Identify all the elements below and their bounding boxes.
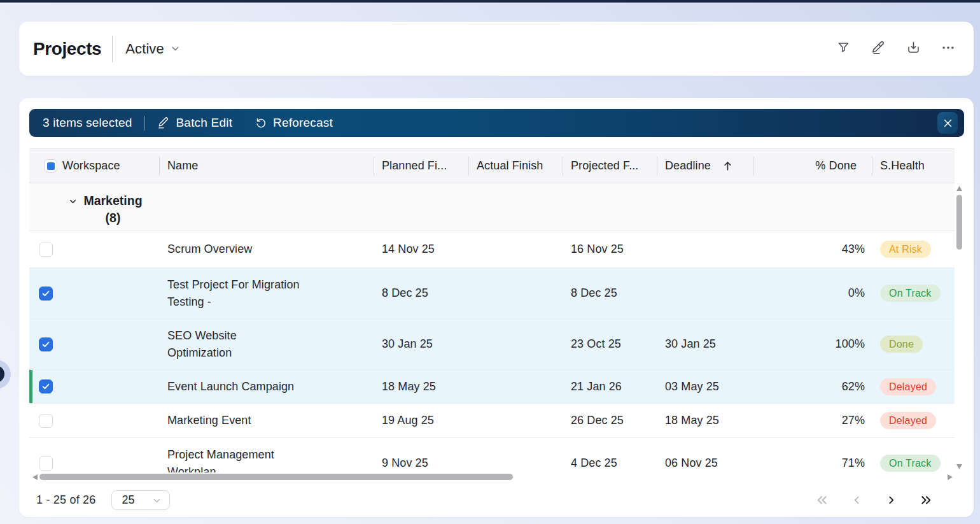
download-icon (907, 41, 920, 57)
column-header-workspace[interactable]: Workspace (62, 159, 159, 173)
column-separator (159, 157, 160, 176)
funnel-icon (837, 41, 850, 57)
projected-finish: 8 Dec 25 (563, 287, 657, 300)
pagination (815, 493, 934, 507)
batch-edit-label: Batch Edit (176, 116, 233, 130)
scroll-left-arrow-icon[interactable] (32, 474, 38, 480)
last-page-button[interactable] (919, 493, 934, 507)
scroll-right-arrow-icon[interactable] (948, 474, 953, 480)
sort-ascending-icon (722, 160, 734, 172)
pct-done: 27% (753, 414, 872, 427)
column-separator (374, 157, 374, 176)
health-badge: Done (880, 336, 923, 353)
row-checkbox[interactable] (39, 379, 53, 393)
reforecast-button[interactable]: Reforecast (255, 116, 333, 130)
x-icon (942, 118, 953, 129)
horizontal-scrollbar-thumb[interactable] (39, 474, 513, 480)
page-title: Projects (33, 39, 101, 59)
table-body: Marketing (8) Scrum Overview 14 Nov 25 1… (29, 183, 955, 472)
column-separator (468, 157, 469, 176)
deadline: 30 Jan 25 (657, 337, 753, 351)
table-row[interactable]: Marketing Event 19 Aug 25 26 Dec 25 18 M… (29, 404, 955, 438)
row-checkbox[interactable] (39, 457, 53, 471)
prev-page-button[interactable] (850, 493, 864, 507)
view-switcher[interactable]: Active (125, 41, 181, 57)
health-badge: At Risk (880, 241, 931, 258)
project-name[interactable]: Event Launch Campaign (167, 378, 300, 395)
pct-done: 100% (753, 337, 872, 351)
chevron-down-icon (68, 197, 78, 206)
deadline: 18 May 25 (657, 414, 753, 427)
table-row[interactable]: Project Management Workplan 9 Nov 25 4 D… (29, 438, 955, 472)
batch-edit-button[interactable]: Batch Edit (158, 116, 233, 130)
page-header: Projects Active (19, 22, 974, 76)
vertical-scrollbar-thumb[interactable] (956, 195, 962, 250)
project-name[interactable]: Scrum Overview (167, 241, 300, 258)
pct-done: 43% (753, 243, 872, 256)
project-name[interactable]: SEO Website Optimization (167, 327, 300, 362)
more-button[interactable] (941, 42, 955, 56)
column-header-actual-finish[interactable]: Actual Finish (468, 159, 563, 173)
title-divider (112, 36, 113, 62)
scroll-up-arrow-icon[interactable] (956, 186, 962, 191)
selection-bar: 3 items selected Batch Edit Reforecast (29, 109, 964, 137)
projected-finish: 26 Dec 25 (563, 414, 657, 427)
table-row[interactable]: Event Launch Campaign 18 May 25 21 Jan 2… (29, 370, 955, 404)
edit-button[interactable] (871, 42, 885, 56)
health-badge: On Track (880, 285, 941, 302)
table-row[interactable]: SEO Website Optimization 30 Jan 25 23 Oc… (29, 319, 955, 370)
row-checkbox[interactable] (39, 414, 53, 428)
planned-finish: 30 Jan 25 (374, 337, 468, 351)
select-all-checkbox[interactable] (44, 159, 57, 173)
export-button[interactable] (906, 42, 920, 56)
chevron-down-icon (170, 43, 181, 57)
project-name[interactable]: Test Project For Migration Testing - (167, 276, 300, 311)
planned-finish: 19 Aug 25 (374, 414, 468, 427)
project-name[interactable]: Marketing Event (167, 412, 300, 429)
row-checkbox[interactable] (39, 337, 53, 351)
project-name[interactable]: Project Management Workplan (167, 446, 300, 473)
table-row[interactable]: Test Project For Migration Testing - 8 D… (29, 268, 955, 319)
projected-finish: 21 Jan 26 (563, 380, 657, 393)
page-size-select[interactable]: 25 (111, 490, 170, 510)
column-header-planned-finish[interactable]: Planned Fi... (374, 159, 468, 173)
filter-button[interactable] (836, 42, 850, 56)
chevron-right-icon (885, 493, 898, 507)
projected-finish: 16 Nov 25 (563, 243, 657, 256)
planned-finish: 9 Nov 25 (374, 457, 468, 470)
indeterminate-mark (47, 162, 55, 170)
planned-finish: 8 Dec 25 (374, 287, 468, 300)
column-header-pct-done[interactable]: % Done (753, 159, 872, 173)
column-separator (563, 157, 563, 176)
pencil-icon (158, 117, 169, 129)
column-header-shealth[interactable]: S.Health (872, 159, 955, 173)
table-header: Workspace Name Planned Fi... Actual Fini… (29, 148, 955, 183)
scroll-down-arrow-icon[interactable] (956, 464, 962, 469)
table-row[interactable]: Scrum Overview 14 Nov 25 16 Nov 25 43% A… (29, 231, 955, 268)
projected-finish: 4 Dec 25 (563, 457, 657, 470)
column-separator (753, 157, 754, 176)
chevron-down-icon (152, 496, 162, 506)
pct-done: 0% (753, 287, 872, 300)
close-selection-button[interactable] (937, 112, 958, 134)
group-row-marketing[interactable]: Marketing (8) (29, 183, 955, 231)
page-size-value: 25 (122, 493, 134, 507)
projected-finish: 23 Oct 25 (563, 337, 657, 351)
ellipsis-icon (941, 41, 955, 57)
row-marker (29, 370, 32, 403)
row-checkbox[interactable] (39, 287, 53, 301)
next-page-button[interactable] (885, 493, 898, 507)
deadline: 06 Nov 25 (657, 457, 753, 470)
column-header-deadline[interactable]: Deadline (657, 159, 753, 173)
column-header-projected-finish[interactable]: Projected F... (563, 159, 657, 173)
group-label: Marketing (8) (82, 192, 144, 227)
first-page-button[interactable] (815, 493, 829, 507)
pct-done: 71% (753, 457, 872, 470)
reforecast-label: Reforecast (273, 116, 333, 130)
column-separator (657, 157, 657, 176)
row-checkbox[interactable] (39, 243, 53, 257)
selection-count: 3 items selected (43, 116, 132, 130)
pencil-icon (872, 41, 885, 57)
health-badge: On Track (880, 455, 941, 472)
column-header-name[interactable]: Name (159, 159, 374, 173)
